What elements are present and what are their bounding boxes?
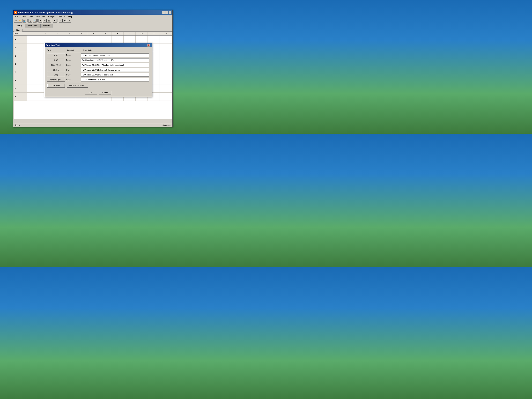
tab-instrument[interactable]: Instrument [25,24,40,28]
desc-thermalcycler: G2.09, firmware is up-to-date [81,78,149,82]
grid-button[interactable]: ⊞ [38,19,42,23]
title-bar: ▶ 7300 System SDS Software - [Plate1 (St… [13,10,172,15]
cell-f1[interactable] [27,76,39,84]
status-connected: Connected [163,124,171,126]
function-test-dialog: Function Test ✕ Test Pass/fail Descripti… [44,43,152,97]
run-button[interactable]: ▶ [53,19,57,23]
cell-a11[interactable] [148,36,160,44]
cell-d1[interactable] [27,60,39,68]
cell-a3[interactable] [51,36,63,44]
close-button[interactable]: ✕ [169,11,171,14]
test-btn-filterwheel[interactable]: Filter Wheel [47,63,65,67]
title-buttons: _ □ ✕ [162,11,171,14]
col-6: 6 [87,32,99,35]
cell-d12[interactable] [160,60,172,68]
menu-file[interactable]: File [14,15,20,18]
cell-a8[interactable] [112,36,124,44]
ab-button[interactable]: AB [63,19,67,23]
cell-g1[interactable] [27,84,39,92]
toolbar-sep2 [37,19,38,22]
edit-button[interactable]: ✏ [43,19,47,23]
test-btn-shutter[interactable]: Shutter [47,68,65,72]
test-btn-usb[interactable]: USB [47,53,65,57]
test-row-ccd: CCD Pass CCD imaging control OK (version… [47,58,149,63]
cell-e12[interactable] [160,68,172,76]
col-header-passfail: Pass/fail [67,49,83,51]
cell-h12[interactable] [160,93,172,101]
subtab-plate[interactable]: Plate [14,29,23,32]
cell-a1[interactable] [27,36,39,44]
test-btn-lamp[interactable]: Lamp [47,73,65,77]
table-button[interactable]: ▦ [47,19,51,23]
tab-results[interactable]: Results [40,24,52,28]
tab-setup[interactable]: Setup [14,24,25,28]
row-d-label: D [14,60,27,68]
new-button[interactable]: □ [14,19,18,23]
dialog-title-bar: Function Test ✕ [45,43,152,47]
dialog-close-button[interactable]: ✕ [147,44,150,47]
cell-b12[interactable] [160,44,172,52]
cell-c12[interactable] [160,52,172,60]
all-tests-button[interactable]: All Tests [47,84,65,88]
result-usb: Pass [65,54,81,56]
status-bar: Ready Connected [13,123,172,127]
test-btn-thermalcycler[interactable]: Thermal Cycler [47,78,65,82]
cell-c1[interactable] [27,52,39,60]
cell-a10[interactable] [136,36,148,44]
cell-a7[interactable] [99,36,112,44]
menu-tools[interactable]: Tools [27,15,34,18]
action-row: All Tests Download Firmware ... [47,84,149,88]
monitor-button[interactable]: ▷ [59,19,63,23]
desc-lamp: FW Version G2.09 Lamp is operational [81,73,149,77]
maximize-button[interactable]: □ [165,11,168,14]
col-2: 2 [39,32,51,35]
col-4: 4 [63,32,75,35]
menu-instrument[interactable]: Instrument [35,15,47,18]
row-h-label: H [14,93,27,101]
result-lamp: Pass [65,74,81,76]
menu-view[interactable]: View [20,15,27,18]
download-firmware-button[interactable]: Download Firmware ... [67,84,88,88]
row-a: A [14,36,172,44]
row-a-label: A [14,36,27,44]
col-7: 7 [99,32,112,35]
preview-button[interactable]: 🔍 [33,19,37,23]
dialog-body: Test Pass/fail Description USB Pass USB … [45,47,152,89]
cell-b1[interactable] [27,44,39,52]
desc-shutter: FW Version G2.09 Shutter control is oper… [81,68,149,72]
cell-f12[interactable] [160,76,172,84]
cell-a6[interactable] [87,36,99,44]
menu-help[interactable]: Help [67,15,74,18]
cell-e1[interactable] [27,68,39,76]
cell-a5[interactable] [75,36,87,44]
col-header-desc: Description [83,49,149,51]
col-header-test: Test [47,49,67,51]
test-row-shutter: Shutter Pass FW Version G2.09 Shutter co… [47,68,149,72]
cell-a2[interactable] [39,36,51,44]
cell-a9[interactable] [124,36,136,44]
menu-window[interactable]: Window [57,15,67,18]
result-thermalcycler: Pass [65,79,81,81]
app-title: 7300 System SDS Software - [Plate1 (Stan… [18,11,73,14]
col-3: 3 [51,32,63,35]
minimize-button[interactable]: _ [162,11,165,14]
toolbar-sep1 [27,19,28,22]
open-button[interactable]: 📂 [18,19,22,23]
cell-h1[interactable] [27,93,39,101]
test-btn-ccd[interactable]: CCD [47,58,65,62]
cell-a4[interactable] [63,36,75,44]
print-button[interactable]: 🖨 [28,19,32,23]
menu-analysis[interactable]: Analysis [47,15,57,18]
cell-a12[interactable] [160,36,172,44]
row-b-label: B [14,44,27,52]
col-1: 1 [27,32,39,35]
desc-ccd: CCD imaging control OK (version: 2.19) [81,58,149,62]
ok-button[interactable]: OK [85,91,97,95]
help-icon-button[interactable]: ? [67,19,71,23]
cell-g12[interactable] [160,84,172,92]
row-f-label: F [14,76,27,84]
dialog-column-headers: Test Pass/fail Description [47,49,149,52]
toolbar-sep4 [57,19,58,22]
cancel-button[interactable]: Cancel [99,91,111,95]
save-button[interactable]: 💾 [23,19,26,23]
